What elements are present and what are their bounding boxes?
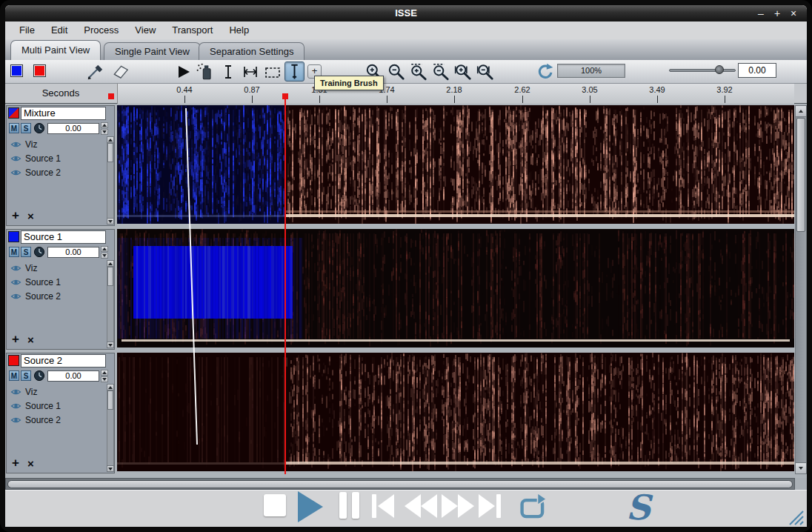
gain-field[interactable]: 0.00 (47, 123, 99, 134)
zoom-out-icon[interactable] (387, 62, 406, 82)
mute-button[interactable]: M (9, 123, 19, 133)
cursor-arrow-icon[interactable] (175, 63, 193, 81)
tab-single-paint-view[interactable]: Single Paint View (104, 42, 201, 60)
rect-select-icon[interactable] (264, 64, 282, 82)
visibility-eye-icon[interactable] (10, 154, 21, 163)
timeline-ruler[interactable]: 0.44 0.87 1.31 1.74 2.18 2.62 3.05 3.49 … (117, 84, 794, 104)
mute-button[interactable]: M (9, 247, 19, 257)
mixture-spectrogram[interactable] (117, 105, 794, 224)
visibility-eye-icon[interactable] (10, 168, 21, 177)
layer-row-source2[interactable]: Source 2 (7, 165, 106, 179)
skip-to-start-button[interactable] (372, 494, 394, 518)
layer-row-viz[interactable]: Viz (7, 261, 106, 275)
maximize-button[interactable]: + (771, 5, 783, 21)
layer-row-viz[interactable]: Viz (7, 137, 106, 151)
add-layer-button[interactable]: + (12, 456, 19, 470)
ibeam-icon[interactable] (219, 63, 237, 81)
menu-view[interactable]: View (127, 21, 164, 39)
zoom-horizontal-out-icon[interactable] (476, 62, 495, 82)
mute-button[interactable]: M (9, 370, 19, 381)
menu-help[interactable]: Help (221, 21, 257, 39)
close-button[interactable]: × (788, 5, 799, 21)
gain-spinner[interactable] (101, 246, 108, 259)
layer-row-source1[interactable]: Source 1 (7, 151, 106, 165)
rewind-button[interactable] (405, 494, 437, 518)
training-brush-button[interactable] (284, 61, 304, 82)
horizontal-scroll-thumb[interactable] (7, 480, 793, 488)
remove-layer-button[interactable]: × (27, 210, 34, 223)
menu-file[interactable]: File (11, 21, 43, 39)
primary-color-swatch[interactable] (10, 64, 23, 77)
vertical-scroll-thumb[interactable] (796, 118, 805, 232)
clock-icon[interactable] (33, 370, 45, 382)
menu-process[interactable]: Process (76, 21, 127, 39)
selection-start-marker[interactable] (108, 93, 114, 99)
layer-row-source2[interactable]: Source 2 (7, 413, 106, 427)
scroll-up-button[interactable] (796, 106, 806, 117)
tab-multi-paint-view[interactable]: Multi Paint View (10, 40, 101, 60)
scroll-down-button[interactable] (796, 462, 806, 473)
menu-edit[interactable]: Edit (43, 21, 76, 39)
eraser-icon[interactable] (111, 62, 130, 82)
visibility-eye-icon[interactable] (10, 140, 21, 149)
spray-icon[interactable] (196, 62, 215, 82)
vertical-scrollbar[interactable] (795, 105, 807, 474)
add-layer-button[interactable]: + (12, 209, 19, 222)
layer-row-source2[interactable]: Source 2 (7, 289, 106, 303)
fast-forward-button[interactable] (442, 494, 474, 518)
visibility-eye-icon[interactable] (10, 278, 21, 287)
play-button[interactable] (298, 491, 323, 522)
visibility-eye-icon[interactable] (10, 402, 21, 410)
loop-button[interactable] (517, 491, 550, 524)
title-bar[interactable]: ISSE – + × (5, 5, 807, 21)
layer-row-source1[interactable]: Source 1 (7, 275, 106, 289)
layer-row-source1[interactable]: Source 1 (7, 399, 106, 413)
gain-spinner[interactable] (101, 122, 108, 135)
secondary-color-swatch[interactable] (33, 64, 46, 77)
panel-scrollbar[interactable] (107, 260, 114, 348)
pause-button[interactable] (339, 492, 359, 519)
track-name-field[interactable]: Source 2 (21, 354, 106, 368)
gain-field[interactable]: 0.00 (47, 247, 99, 258)
source2-spectrogram[interactable] (117, 353, 794, 471)
track-name-field[interactable]: Mixture (21, 107, 106, 120)
horizontal-scrollbar[interactable] (5, 478, 795, 490)
zoom-selection-in-icon[interactable] (409, 62, 428, 82)
remove-layer-button[interactable]: × (27, 333, 34, 347)
position-slider[interactable] (669, 64, 736, 76)
minimize-button[interactable]: – (755, 5, 767, 21)
remove-layer-button[interactable]: × (27, 457, 34, 471)
skip-to-end-button[interactable] (479, 494, 501, 518)
zoom-selection-out-icon[interactable] (431, 62, 450, 82)
track-color-swatch[interactable] (8, 355, 19, 366)
gain-spinner[interactable] (101, 370, 108, 382)
clock-icon[interactable] (33, 122, 45, 134)
loop-refresh-icon[interactable] (535, 62, 554, 82)
visibility-eye-icon[interactable] (10, 388, 21, 396)
visibility-eye-icon[interactable] (10, 264, 21, 273)
gain-field[interactable]: 0.00 (47, 370, 99, 382)
menu-transport[interactable]: Transport (164, 21, 221, 39)
stop-button[interactable] (264, 494, 286, 516)
panel-scrollbar[interactable] (107, 136, 114, 225)
solo-button[interactable]: S (21, 247, 31, 257)
layer-row-viz[interactable]: Viz (7, 385, 106, 399)
panel-scrollbar[interactable] (107, 384, 114, 472)
solo-button[interactable]: S (21, 370, 31, 381)
solo-button[interactable]: S (21, 123, 31, 133)
clock-icon[interactable] (33, 246, 45, 258)
source1-spectrogram[interactable] (117, 229, 794, 348)
add-layer-button[interactable]: + (12, 333, 19, 346)
playhead-marker[interactable] (282, 93, 288, 99)
zoom-horizontal-in-icon[interactable] (453, 62, 473, 82)
resize-grip[interactable] (785, 508, 806, 526)
track-name-field[interactable]: Source 1 (21, 230, 106, 244)
visibility-eye-icon[interactable] (10, 416, 21, 425)
track-color-swatch[interactable] (8, 107, 19, 119)
horizontal-resize-icon[interactable] (242, 63, 259, 81)
pencil-icon[interactable] (86, 62, 105, 82)
visibility-eye-icon[interactable] (10, 292, 21, 301)
tab-separation-settings[interactable]: Separation Settings (199, 42, 304, 60)
slider-knob[interactable] (715, 65, 724, 74)
track-color-swatch[interactable] (8, 231, 19, 242)
